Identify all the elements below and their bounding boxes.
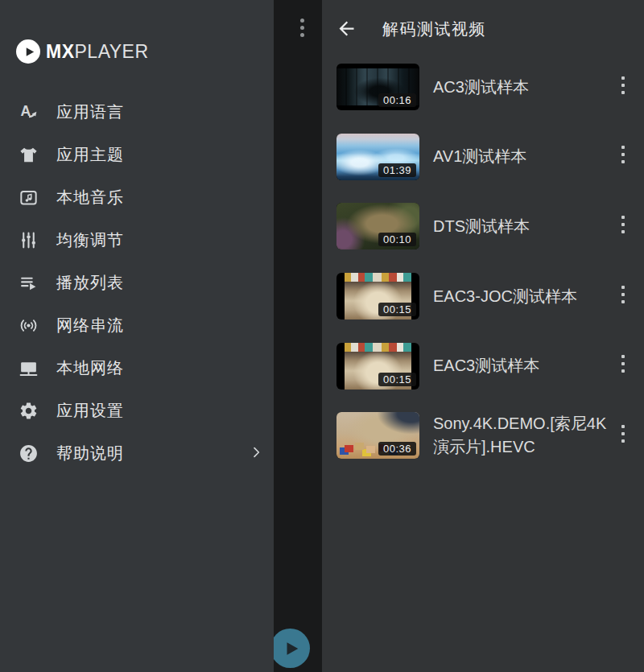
video-title: AV1测试样本 bbox=[433, 145, 609, 168]
gear-icon bbox=[18, 401, 39, 422]
video-title: EAC3测试样本 bbox=[433, 354, 609, 377]
drawer-item-playlist[interactable]: 播放列表 bbox=[0, 262, 274, 304]
video-list-item[interactable]: 00:15 EAC3测试样本 bbox=[322, 331, 644, 401]
item-overflow-menu-icon[interactable] bbox=[620, 286, 626, 307]
drawer-item-network-stream[interactable]: 网络串流 bbox=[0, 304, 274, 347]
translate-icon: A bbox=[18, 102, 39, 123]
help-icon bbox=[18, 443, 39, 464]
living-room-thumbnail[interactable]: 00:15 bbox=[336, 273, 419, 320]
video-list-item[interactable]: 00:36 Sony.4K.DEMO.[索尼4K演示片].HEVC bbox=[322, 401, 644, 471]
coral-reef-thumbnail[interactable]: 00:10 bbox=[336, 203, 419, 249]
drawer-item-equalizer[interactable]: 均衡调节 bbox=[0, 219, 274, 262]
duration-badge: 00:16 bbox=[378, 93, 416, 107]
duration-badge: 00:10 bbox=[378, 233, 416, 246]
video-list-item[interactable]: 00:16 AC3测试样本 bbox=[322, 52, 644, 122]
video-title: Sony.4K.DEMO.[索尼4K演示片].HEVC bbox=[433, 412, 609, 459]
drawer-item-app-language[interactable]: A 应用语言 bbox=[0, 91, 274, 134]
duration-badge: 00:15 bbox=[378, 303, 416, 316]
drawer-item-label: 网络串流 bbox=[56, 315, 124, 336]
play-fab[interactable] bbox=[270, 629, 310, 668]
drawer-item-local-music[interactable]: 本地音乐 bbox=[0, 176, 274, 219]
drawer-item-label: 播放列表 bbox=[56, 272, 124, 294]
overflow-menu-icon[interactable] bbox=[299, 19, 305, 40]
brand-bold: MX bbox=[46, 41, 75, 62]
living-room-thumbnail[interactable]: 00:15 bbox=[336, 343, 419, 390]
brand-text: MXPLAYER bbox=[46, 41, 149, 63]
video-list-item[interactable]: 00:10 DTS测试样本 bbox=[322, 192, 644, 262]
drawer-item-local-network[interactable]: 本地网络 bbox=[0, 347, 274, 390]
video-list-item[interactable]: 01:39 AV1测试样本 bbox=[322, 122, 644, 192]
drawer-item-label: 应用语言 bbox=[56, 101, 124, 123]
item-overflow-menu-icon[interactable] bbox=[620, 76, 626, 98]
playlist-icon bbox=[18, 273, 39, 294]
drawer-item-label: 应用设置 bbox=[56, 400, 124, 422]
kid-with-blocks-thumbnail[interactable]: 00:36 bbox=[336, 412, 419, 459]
right-screen: 解码测试视频 00:16 AC3测试样本 01:39 AV1测试样本 00:10… bbox=[322, 0, 644, 672]
iceberg-sea-thumbnail[interactable]: 01:39 bbox=[336, 134, 419, 180]
drawer-item-label: 本地音乐 bbox=[56, 187, 124, 208]
item-overflow-menu-icon[interactable] bbox=[620, 146, 626, 167]
video-title: AC3测试样本 bbox=[433, 76, 609, 99]
back-arrow-icon[interactable] bbox=[336, 18, 357, 39]
brand-light: PLAYER bbox=[75, 41, 149, 62]
navigation-drawer: MXPLAYER A 应用语言 应用主题 本地音乐 均衡调节 播放列 bbox=[0, 0, 274, 672]
drawer-item-label: 本地网络 bbox=[56, 357, 124, 379]
drawer-item-help[interactable]: 帮助说明 bbox=[0, 432, 274, 475]
equalizer-icon bbox=[18, 230, 39, 251]
drawer-item-label: 应用主题 bbox=[56, 144, 124, 166]
drawer-item-app-settings[interactable]: 应用设置 bbox=[0, 390, 274, 432]
folder-music-icon bbox=[18, 188, 39, 208]
mx-player-logo: MXPLAYER bbox=[16, 39, 149, 64]
video-list: 00:16 AC3测试样本 01:39 AV1测试样本 00:10 DTS测试样… bbox=[322, 52, 644, 471]
duration-badge: 00:36 bbox=[378, 442, 416, 456]
drawer-item-label: 均衡调节 bbox=[56, 229, 124, 251]
broadcast-icon bbox=[18, 315, 39, 336]
tshirt-icon bbox=[18, 145, 39, 166]
chevron-right-icon bbox=[250, 445, 263, 462]
page-title: 解码测试视频 bbox=[382, 19, 486, 40]
drawer-scrim[interactable] bbox=[274, 0, 322, 672]
left-screen: MXPLAYER A 应用语言 应用主题 本地音乐 均衡调节 播放列 bbox=[0, 0, 322, 672]
toy-blocks bbox=[345, 445, 353, 452]
network-computer-icon bbox=[18, 358, 39, 379]
dark-movie-scene-thumbnail[interactable]: 00:16 bbox=[336, 64, 419, 110]
play-icon bbox=[283, 640, 300, 658]
item-overflow-menu-icon[interactable] bbox=[620, 355, 626, 377]
item-overflow-menu-icon[interactable] bbox=[620, 425, 626, 447]
header: 解码测试视频 bbox=[322, 0, 644, 52]
duration-badge: 00:15 bbox=[378, 373, 416, 386]
duration-badge: 01:39 bbox=[378, 163, 416, 177]
video-list-item[interactable]: 00:15 EAC3-JOC测试样本 bbox=[322, 262, 644, 332]
drawer-menu: A 应用语言 应用主题 本地音乐 均衡调节 播放列表 网络串流 bbox=[0, 91, 274, 475]
play-icon bbox=[16, 39, 40, 64]
video-title: EAC3-JOC测试样本 bbox=[433, 285, 609, 308]
drawer-item-app-theme[interactable]: 应用主题 bbox=[0, 134, 274, 176]
video-title: DTS测试样本 bbox=[433, 215, 609, 238]
drawer-item-label: 帮助说明 bbox=[56, 443, 124, 464]
item-overflow-menu-icon[interactable] bbox=[620, 216, 626, 237]
composite-screenshot: MXPLAYER A 应用语言 应用主题 本地音乐 均衡调节 播放列 bbox=[0, 0, 644, 672]
